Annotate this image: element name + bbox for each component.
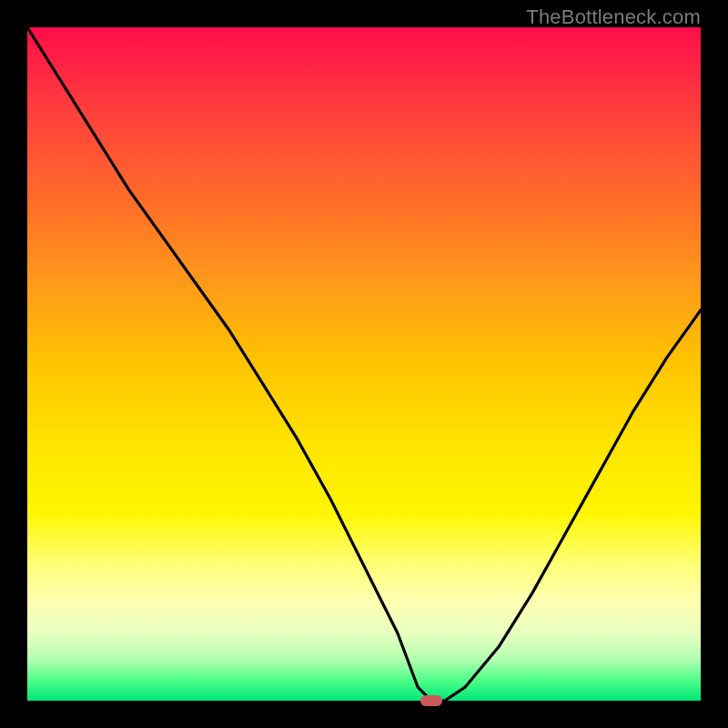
chart-container: TheBottleneck.com bbox=[0, 0, 728, 728]
optimal-marker bbox=[420, 695, 442, 706]
watermark-text: TheBottleneck.com bbox=[526, 5, 701, 29]
plot-area bbox=[27, 27, 701, 701]
